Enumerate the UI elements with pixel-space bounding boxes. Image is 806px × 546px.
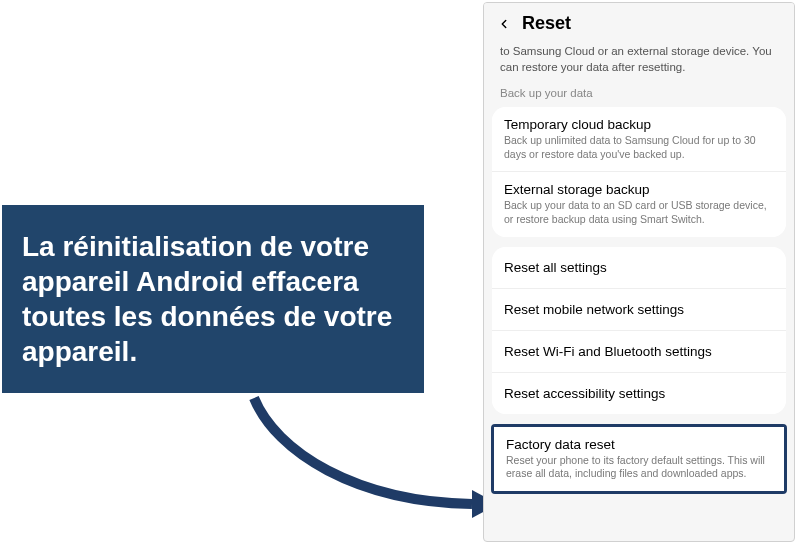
callout-text: La réinitialisation de votre appareil An… — [22, 229, 404, 369]
annotation-arrow — [246, 392, 506, 524]
backup-card: Temporary cloud backup Back up unlimited… — [492, 107, 786, 237]
reset-wifi-bluetooth-row[interactable]: Reset Wi-Fi and Bluetooth settings — [492, 330, 786, 372]
page-title: Reset — [522, 13, 571, 34]
row-title: Factory data reset — [506, 437, 772, 452]
factory-data-reset-highlight: Factory data reset Reset your phone to i… — [491, 424, 787, 494]
reset-accessibility-row[interactable]: Reset accessibility settings — [492, 372, 786, 414]
row-sub: Reset your phone to its factory default … — [506, 454, 772, 481]
reset-all-settings-row[interactable]: Reset all settings — [492, 247, 786, 288]
reset-card: Reset all settings Reset mobile network … — [492, 247, 786, 414]
row-sub: Back up unlimited data to Samsung Cloud … — [504, 134, 774, 161]
row-title: Reset Wi-Fi and Bluetooth settings — [504, 344, 712, 359]
row-title: Reset mobile network settings — [504, 302, 684, 317]
row-sub: Back up your data to an SD card or USB s… — [504, 199, 774, 226]
factory-data-reset-row[interactable]: Factory data reset Reset your phone to i… — [494, 427, 784, 491]
back-icon[interactable] — [496, 16, 512, 32]
row-title: Reset accessibility settings — [504, 386, 665, 401]
section-label: Back up your data — [484, 85, 794, 107]
callout-box: La réinitialisation de votre appareil An… — [2, 205, 424, 393]
temporary-cloud-backup-row[interactable]: Temporary cloud backup Back up unlimited… — [492, 107, 786, 171]
row-title: Reset all settings — [504, 260, 607, 275]
row-title: Temporary cloud backup — [504, 117, 774, 132]
external-storage-backup-row[interactable]: External storage backup Back up your dat… — [492, 171, 786, 236]
phone-screenshot: Reset to Samsung Cloud or an external st… — [483, 2, 795, 542]
reset-mobile-network-row[interactable]: Reset mobile network settings — [492, 288, 786, 330]
row-title: External storage backup — [504, 182, 774, 197]
phone-header: Reset — [484, 3, 794, 42]
intro-text: to Samsung Cloud or an external storage … — [484, 42, 794, 85]
